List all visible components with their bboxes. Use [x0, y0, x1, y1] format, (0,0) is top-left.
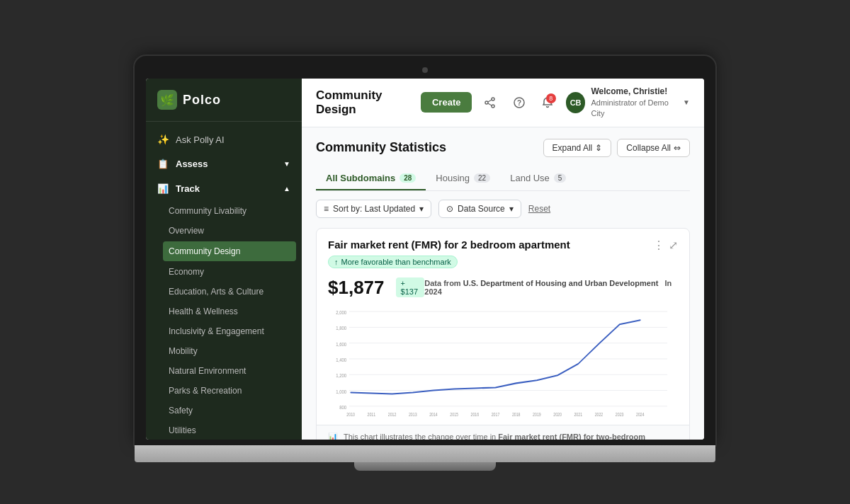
help-button[interactable]: ?: [509, 92, 529, 113]
badge-arrow-icon: ↑: [334, 258, 339, 266]
expand-all-label: Expand All: [552, 143, 593, 153]
land-use-label: Land Use: [510, 173, 550, 183]
svg-text:1,600: 1,600: [336, 340, 346, 347]
sidebar-track-header[interactable]: 📊 Track ▲: [146, 176, 302, 201]
expand-all-icon: ⇕: [595, 143, 602, 153]
expand-all-button[interactable]: Expand All ⇕: [543, 139, 612, 157]
chart-main-value: $1,877: [328, 277, 385, 299]
chart-value-row: $1,877 + $137 Data from U.S. Department …: [317, 274, 689, 304]
collapse-all-button[interactable]: Collapse All ⇔: [617, 139, 690, 157]
notification-button[interactable]: 8: [538, 92, 557, 113]
sidebar-sub-inclusivity[interactable]: Inclusivity & Engagement: [146, 321, 302, 341]
svg-text:1,400: 1,400: [336, 357, 346, 363]
tab-housing[interactable]: Housing 22: [426, 167, 500, 190]
svg-text:1,000: 1,000: [336, 388, 346, 394]
svg-text:1,200: 1,200: [336, 372, 346, 379]
assess-icon: 📋: [157, 159, 169, 169]
ask-polly-icon: ✨: [157, 134, 169, 145]
line-chart-svg: 2,000 1,800 1,600 1,400 1,200 1,000 800 …: [328, 304, 678, 419]
svg-text:?: ?: [517, 99, 521, 107]
tabs-row: All Subdomains 28 Housing 22 Land Use 5: [316, 167, 690, 191]
chart-title: Fair market rent (FMR) for 2 bedroom apa…: [328, 239, 570, 251]
sidebar-sub-overview[interactable]: Overview: [146, 221, 302, 241]
content-area: Community Statistics Expand All ⇕ Collap…: [302, 127, 704, 440]
screen-bezel: 🌿 Polco ✨ Ask Polly AI 📋 Assess ▼: [135, 56, 715, 445]
sidebar-sub-community-design[interactable]: Community Design: [163, 241, 296, 261]
topbar: Community Design Create: [302, 79, 704, 127]
all-subdomains-label: All Subdomains: [326, 173, 395, 183]
polco-logo-icon: 🌿: [157, 90, 177, 110]
chart-source-area: Data from U.S. Department of Housing and…: [424, 279, 678, 296]
sidebar-sub-parks-recreation[interactable]: Parks & Recreation: [146, 381, 302, 401]
laptop-frame: 🌿 Polco ✨ Ask Polly AI 📋 Assess ▼: [106, 42, 744, 462]
svg-text:2024: 2024: [636, 411, 645, 417]
page-title: Community Design: [316, 88, 421, 117]
sidebar-sub-mobility[interactable]: Mobility: [146, 341, 302, 361]
svg-text:2016: 2016: [471, 411, 480, 417]
notification-badge: 8: [546, 93, 556, 103]
sidebar-sub-economy[interactable]: Economy: [146, 262, 302, 282]
sort-chevron-icon: ▾: [419, 204, 424, 214]
ask-polly-label: Ask Polly AI: [176, 134, 225, 145]
svg-text:2020: 2020: [553, 411, 562, 417]
chart-value-area: $1,877 + $137: [328, 277, 424, 299]
source-name: U.S. Department of Housing and Urban Dev…: [463, 279, 659, 287]
chart-footer-text: This chart illustrates the change over t…: [344, 433, 678, 440]
svg-point-4: [485, 101, 488, 104]
filter-row: ≡ Sort by: Last Updated ▾ ⊙ Data Source …: [316, 200, 690, 218]
housing-count: 22: [474, 173, 490, 183]
tab-land-use[interactable]: Land Use 5: [500, 167, 576, 190]
logo-text: Polco: [183, 93, 221, 108]
chart-header-icons: ⋮ ⤢: [653, 239, 678, 252]
sidebar-assess-header[interactable]: 📋 Assess ▼: [146, 151, 302, 176]
sidebar-sub-education-arts[interactable]: Education, Arts & Culture: [146, 282, 302, 302]
data-source-filter[interactable]: ⊙ Data Source ▾: [438, 200, 521, 218]
chart-footer: 📊 This chart illustrates the change over…: [317, 425, 689, 440]
benchmark-badge: ↑ More favorable than benchmark: [328, 256, 458, 268]
share-icon: [484, 97, 496, 108]
svg-text:2015: 2015: [450, 411, 458, 417]
assess-label: Assess: [176, 159, 208, 169]
chart-area: 2,000 1,800 1,600 1,400 1,200 1,000 800 …: [317, 304, 689, 425]
housing-label: Housing: [436, 173, 470, 183]
chart-year: 2024: [424, 287, 441, 296]
logo-area: 🌿 Polco: [146, 79, 302, 122]
more-options-icon[interactable]: ⋮: [653, 239, 664, 252]
tab-all-subdomains[interactable]: All Subdomains 28: [316, 167, 426, 190]
share-button[interactable]: [480, 92, 500, 113]
badge-text: More favorable than benchmark: [341, 258, 451, 266]
svg-text:2019: 2019: [533, 411, 541, 417]
svg-text:2022: 2022: [595, 411, 604, 417]
sidebar-sub-natural-environment[interactable]: Natural Environment: [146, 361, 302, 381]
collapse-all-label: Collapse All: [626, 143, 671, 153]
year-prefix: In: [665, 279, 672, 287]
svg-text:2,000: 2,000: [336, 309, 346, 316]
help-icon: ?: [514, 97, 525, 108]
sidebar-item-ask-polly[interactable]: ✨ Ask Polly AI: [146, 127, 302, 151]
svg-text:2010: 2010: [346, 411, 355, 417]
user-role: Administrator of Demo City: [591, 98, 677, 120]
sidebar-sub-safety[interactable]: Safety: [146, 401, 302, 420]
camera: [422, 67, 428, 73]
chart-title-area: Fair market rent (FMR) for 2 bedroom apa…: [328, 239, 570, 268]
sort-icon: ≡: [324, 204, 329, 214]
land-use-count: 5: [554, 173, 567, 183]
all-subdomains-count: 28: [400, 173, 416, 183]
create-button[interactable]: Create: [421, 92, 472, 113]
svg-text:2021: 2021: [574, 411, 582, 417]
svg-text:800: 800: [339, 404, 346, 411]
user-info[interactable]: CB Welcome, Christie! Administrator of D…: [566, 86, 690, 120]
sidebar-sub-utilities[interactable]: Utilities: [146, 420, 302, 440]
reset-link[interactable]: Reset: [528, 204, 550, 214]
sidebar-sub-community-livability[interactable]: Community Livability: [146, 201, 302, 221]
track-sub-items: Community Livability Overview Community …: [146, 201, 302, 440]
svg-line-6: [488, 103, 492, 105]
expand-icon[interactable]: ⤢: [669, 239, 678, 252]
svg-text:1,800: 1,800: [336, 325, 346, 331]
sort-filter[interactable]: ≡ Sort by: Last Updated ▾: [316, 200, 431, 218]
sidebar-sub-health-wellness[interactable]: Health & Wellness: [146, 302, 302, 321]
laptop-base: [135, 445, 715, 462]
screen: 🌿 Polco ✨ Ask Polly AI 📋 Assess ▼: [146, 79, 704, 440]
data-source-label: Data Source: [458, 204, 505, 214]
chart-footer-icon: 📊: [328, 433, 338, 440]
